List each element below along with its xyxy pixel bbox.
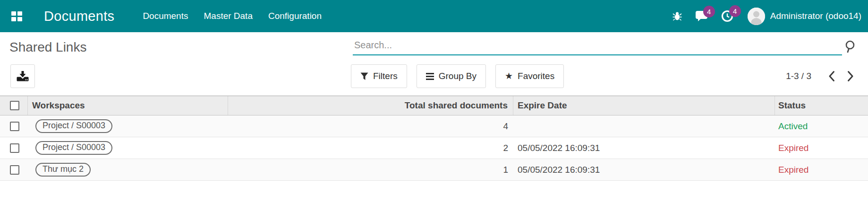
chevron-right-icon [847,71,854,82]
status-value: Expired [778,165,808,175]
page-title: Shared Links [9,40,86,55]
pager-range: 1-3 / 3 [786,71,811,81]
menu-item-master-data[interactable]: Master Data [204,11,252,21]
header-total-shared-documents[interactable]: Total shared documents [228,96,513,115]
menu-item-documents[interactable]: Documents [143,11,188,21]
row-checkbox[interactable] [10,122,19,131]
header-status[interactable]: Status [775,96,868,115]
search-bar [353,37,842,55]
row-checkbox[interactable] [10,143,19,153]
person-icon [748,8,765,25]
filters-button[interactable]: Filters [351,64,407,88]
workspace-tag: Project / S00003 [35,141,112,155]
prev-page-button[interactable] [825,69,838,84]
status-value: Expired [778,143,808,153]
messages-menu[interactable]: 4 [695,10,708,22]
chevron-left-icon [828,71,835,82]
export-download-button[interactable] [10,64,35,88]
menu-item-configuration[interactable]: Configuration [268,11,322,21]
search-icon[interactable] [843,40,856,55]
workspace-tag: Thư mục 2 [35,163,91,177]
control-panel: Shared Links Filters [0,32,868,96]
app-brand[interactable]: Documents [44,9,114,24]
search-options: Filters Group By ★ Favorites [351,64,564,88]
user-name[interactable]: Administrator (odoo14) [770,11,861,21]
header-workspaces[interactable]: Workspaces [28,96,228,115]
expire-date-value: 05/05/2022 16:09:31 [513,143,775,153]
favorites-button[interactable]: ★ Favorites [495,64,564,88]
bug-icon [672,11,682,21]
total-shared-documents-value: 4 [228,121,513,132]
messages-count-badge: 4 [703,6,715,18]
header-checkbox-cell [0,96,28,115]
shared-links-table: Workspaces Total shared documents Expire… [0,96,868,181]
group-by-button[interactable]: Group By [417,64,486,88]
navbar-right: 4 4 Administrator (odoo14) [659,8,861,25]
table-row[interactable]: Project / S00003 2 05/05/2022 16:09:31 E… [0,137,868,159]
total-shared-documents-value: 2 [228,143,513,153]
activities-count-badge: 4 [729,5,741,17]
filter-funnel-icon [360,72,368,80]
select-all-checkbox[interactable] [10,101,19,110]
table-row[interactable]: Thư mục 2 1 05/05/2022 16:09:31 Expired [0,159,868,181]
download-icon [17,71,29,82]
table-header-row: Workspaces Total shared documents Expire… [0,96,868,115]
workspace-tag: Project / S00003 [35,119,112,133]
table-row[interactable]: Project / S00003 4 Actived [0,115,868,137]
user-avatar[interactable] [748,8,765,25]
star-icon: ★ [505,71,513,80]
group-by-bars-icon [426,73,434,80]
header-expire-date[interactable]: Expire Date [513,96,775,115]
expire-date-value: 05/05/2022 16:09:31 [513,165,775,175]
search-input[interactable] [353,37,842,55]
apps-grid-icon[interactable] [11,11,23,21]
top-navbar: Documents Documents Master Data Configur… [0,0,868,32]
pager: 1-3 / 3 [786,64,857,88]
next-page-button[interactable] [844,69,857,84]
debug-bug-icon[interactable] [672,11,682,21]
status-value: Actived [778,121,808,131]
row-checkbox[interactable] [10,165,19,175]
total-shared-documents-value: 1 [228,165,513,175]
main-menu: Documents Master Data Configuration [143,11,322,21]
activities-menu[interactable]: 4 [721,10,733,22]
